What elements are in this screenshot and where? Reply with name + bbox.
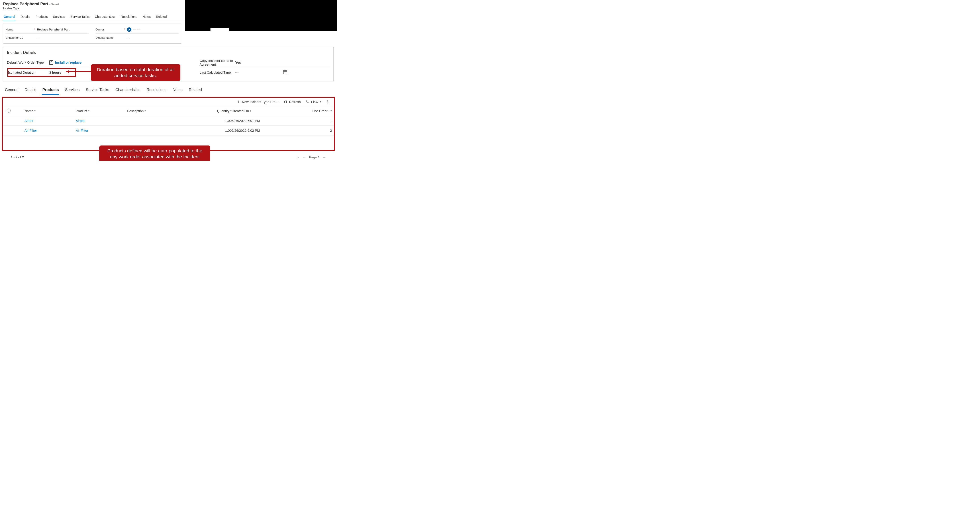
- name-value[interactable]: Replace Peripheral Part: [37, 28, 70, 31]
- displayname-label: Display Name: [95, 36, 122, 40]
- redacted-black-region: [185, 0, 337, 31]
- flow-icon: [305, 100, 309, 104]
- row-quantity: 1.00: [205, 119, 232, 122]
- tab-servicetasks-bottom[interactable]: Service Tasks: [85, 86, 110, 95]
- copy-value[interactable]: Yes: [235, 60, 241, 64]
- grid-toolbar: New Incident Type Pro… Refresh Flow ▾: [3, 98, 334, 106]
- tab-products-bottom[interactable]: Products: [42, 86, 59, 95]
- col-description[interactable]: Description▾: [127, 109, 205, 113]
- chevron-down-icon: ▾: [331, 109, 332, 113]
- svg-point-0: [328, 100, 328, 101]
- tab-notes-bottom[interactable]: Notes: [172, 86, 183, 95]
- wo-type-value[interactable]: Install or replace: [49, 60, 81, 65]
- redacted-notch: [210, 28, 229, 32]
- incident-details-title: Incident Details: [7, 50, 330, 55]
- form-tabs-bottom: General Details Products Services Servic…: [0, 86, 337, 95]
- annotation-box-products-grid: New Incident Type Pro… Refresh Flow ▾ Na…: [2, 97, 335, 151]
- owner-required: *: [124, 28, 125, 31]
- more-vertical-icon: [326, 100, 329, 104]
- displayname-value[interactable]: ---: [127, 36, 130, 40]
- refresh-icon: [284, 100, 287, 104]
- tab-details-top[interactable]: Details: [20, 13, 30, 21]
- col-product[interactable]: Product▾: [76, 109, 127, 113]
- row-name-link[interactable]: Air Filter: [24, 128, 76, 132]
- grid-row[interactable]: Airpot Airpot 1.00 6/26/2022 6:01 PM 1: [3, 116, 334, 126]
- copy-label: Copy Incident Items to Agreement: [200, 59, 235, 66]
- annotation-callout-products: Products defined will be auto-populated …: [99, 146, 210, 161]
- grid-range: 1 - 2 of 2: [11, 155, 24, 159]
- tab-services-bottom[interactable]: Services: [65, 86, 80, 95]
- pager-page-label: Page 1: [309, 155, 320, 159]
- lasttime-label: Last Calculated Time: [200, 71, 235, 74]
- pager-next-button[interactable]: →: [323, 155, 326, 159]
- flow-button[interactable]: Flow ▾: [305, 100, 321, 104]
- clipboard-check-icon: [49, 60, 53, 65]
- lasttime-value[interactable]: ---: [235, 71, 239, 74]
- owner-persona-icon: A: [127, 27, 131, 32]
- grid-row[interactable]: Air Filter Air Filter 1.00 6/26/2022 6:0…: [3, 126, 334, 135]
- owner-label: Owner: [95, 28, 122, 31]
- tab-general-bottom[interactable]: General: [5, 86, 19, 95]
- tab-characteristics-top[interactable]: Characteristics: [94, 13, 116, 21]
- row-name-link[interactable]: Airpot: [24, 119, 76, 122]
- row-created: 6/26/2022 6:02 PM: [232, 128, 294, 132]
- col-name[interactable]: Name▾: [24, 109, 76, 113]
- chevron-down-icon: ▾: [34, 109, 36, 113]
- tab-characteristics-bottom[interactable]: Characteristics: [115, 86, 141, 95]
- row-lineorder: 2: [294, 128, 332, 132]
- col-created[interactable]: Created On▾: [232, 109, 294, 113]
- tab-services-top[interactable]: Services: [52, 13, 65, 21]
- enablec2-label: Enable for C2: [6, 36, 32, 40]
- chevron-down-icon: ▾: [320, 100, 321, 103]
- name-required: *: [34, 28, 35, 31]
- grid-header-row: Name▾ Product▾ Description▾ Quantity▾ Cr…: [3, 106, 334, 116]
- svg-point-1: [328, 101, 328, 102]
- tab-details-bottom[interactable]: Details: [24, 86, 37, 95]
- row-product-link[interactable]: Airpot: [76, 119, 127, 122]
- col-quantity[interactable]: Quantity▾: [205, 109, 232, 113]
- record-title: Replace Peripheral Part: [3, 2, 48, 6]
- more-commands-button[interactable]: [326, 100, 329, 104]
- wo-type-label: Default Work Order Type: [7, 60, 49, 64]
- tab-products-top[interactable]: Products: [35, 13, 48, 21]
- chevron-down-icon: ▾: [145, 109, 146, 113]
- owner-value[interactable]: --- ---: [133, 28, 139, 31]
- row-lineorder: 1: [294, 119, 332, 122]
- row-quantity: 1.00: [205, 128, 232, 132]
- name-label: Name: [6, 28, 32, 31]
- refresh-button[interactable]: Refresh: [284, 100, 301, 104]
- col-lineorder[interactable]: Line Order↑▾: [294, 109, 332, 113]
- tab-resolutions-bottom[interactable]: Resolutions: [146, 86, 167, 95]
- sort-asc-icon: ↑: [329, 110, 330, 113]
- row-created: 6/26/2022 6:01 PM: [232, 119, 294, 122]
- svg-point-2: [328, 103, 328, 103]
- calendar-icon[interactable]: [283, 70, 287, 74]
- annotation-callout-duration: Duration based on total duration of all …: [91, 64, 180, 81]
- annotation-arrow-1: [66, 71, 91, 72]
- plus-icon: [237, 100, 240, 104]
- tab-resolutions-top[interactable]: Resolutions: [121, 13, 138, 21]
- chevron-down-icon: ▾: [88, 109, 89, 113]
- duration-value[interactable]: 3 hours: [49, 71, 61, 74]
- save-status: - Saved: [49, 3, 59, 6]
- tab-general-top[interactable]: General: [3, 13, 16, 21]
- pager-prev-button[interactable]: ←: [302, 155, 306, 159]
- select-all-checkbox[interactable]: [7, 109, 11, 113]
- tab-related-top[interactable]: Related: [156, 13, 167, 21]
- tab-notes-top[interactable]: Notes: [142, 13, 151, 21]
- pager-first-button[interactable]: |◂: [297, 155, 299, 159]
- duration-label: Estimated Duration: [7, 71, 49, 74]
- grid-pager: |◂ ← Page 1 →: [297, 155, 326, 159]
- tab-servicetasks-top[interactable]: Service Tasks: [70, 13, 90, 21]
- chevron-down-icon: ▾: [250, 109, 251, 113]
- enablec2-value[interactable]: ---: [37, 36, 40, 40]
- row-product-link[interactable]: Air Filter: [76, 128, 127, 132]
- general-card: Name * Replace Peripheral Part Enable fo…: [3, 24, 181, 44]
- tab-related-bottom[interactable]: Related: [188, 86, 202, 95]
- new-incidenttype-product-button[interactable]: New Incident Type Pro…: [237, 100, 279, 104]
